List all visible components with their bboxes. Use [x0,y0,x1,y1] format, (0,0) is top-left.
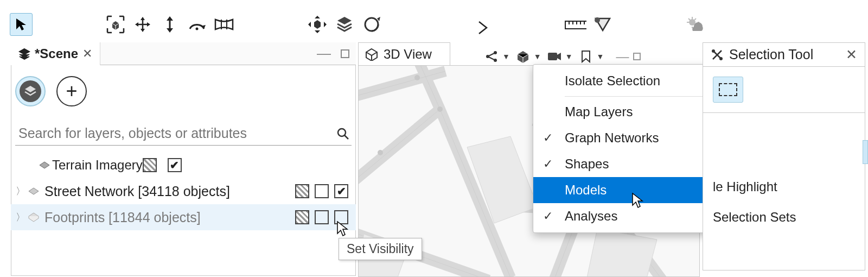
svg-point-19 [719,57,723,60]
add-layer-button[interactable]: + [56,76,87,106]
scene-tab[interactable]: *Scene ✕ [11,42,100,65]
bookmark-button[interactable] [577,48,595,65]
globe-arrow-button[interactable] [360,13,383,36]
scene-search-row [15,122,352,146]
search-icon[interactable] [336,127,349,140]
dropdown-caret-icon[interactable]: ▼ [597,52,604,61]
maximize-icon[interactable] [633,53,641,60]
svg-point-8 [414,75,420,80]
orbit-3d-button[interactable] [306,13,329,36]
weather-tool-button[interactable] [685,13,707,36]
dropdown-caret-icon[interactable]: ▼ [502,52,510,61]
selection-highlight-item[interactable]: le Highlight [713,172,855,202]
svg-rect-5 [341,50,349,58]
layers-mode-button[interactable] [15,76,46,106]
cube-outline-icon [365,48,378,61]
layers-icon [24,85,37,98]
marquee-rect-icon [719,83,737,96]
scene-tab-label: *Scene [35,46,78,61]
layer-sel-toggle[interactable] [295,210,309,224]
minimize-icon[interactable]: — [317,45,331,62]
filter-tool-button[interactable] [591,13,614,36]
svg-rect-17 [634,53,640,60]
svg-point-0 [196,28,199,30]
sun-cloud-icon [685,16,707,33]
ruler-tool-button[interactable] [564,13,587,36]
cube-button[interactable] [514,48,532,65]
divider [703,112,865,113]
view3d-tab[interactable]: 3D View [358,42,450,65]
layer-label: Footprints [11844 objects] [41,210,295,225]
vertical-arrows-icon [162,16,178,33]
camera-icon [547,51,561,62]
layer-lock-toggle[interactable] [315,184,329,198]
layer-row-footprints[interactable]: 〉 Footprints [11844 objects] [11,204,356,230]
marquee-select-button[interactable] [713,77,743,103]
filter-triangle-icon [593,16,612,33]
push-pull-button[interactable] [158,13,181,36]
select-tool-button[interactable] [10,13,33,36]
layer-visibility-toggle[interactable] [334,210,348,224]
panorama-icon [214,17,234,32]
minimize-icon[interactable]: — [616,49,629,64]
layers-stack-button[interactable] [333,13,356,36]
layer-visibility-toggle[interactable]: ✔ [168,158,182,172]
frame-cube-button[interactable] [104,13,127,36]
graph-share-button[interactable] [483,48,500,65]
selection-tool-tab[interactable]: Selection Tool ✕ [703,43,865,67]
breadcrumb-chevron-icon [477,20,489,36]
dropdown-caret-icon[interactable]: ▼ [534,52,541,61]
visibility-tooltip: Set Visibility [339,238,422,260]
maximize-icon[interactable] [341,49,349,58]
right-scroll-indicator [863,140,868,164]
view3d-label: 3D View [384,47,432,62]
layer-row-terrain[interactable]: Terrain Imagery ✔ [11,152,356,178]
selection-sets-item[interactable]: Selection Sets [713,202,855,232]
svg-point-18 [712,49,715,53]
check-icon: ✓ [543,131,565,145]
selection-tool-panel: Selection Tool ✕ le Highlight Selection … [703,42,865,270]
layers-stack-icon [335,15,354,34]
camera-button[interactable] [546,48,563,65]
scene-tab-close-icon[interactable]: ✕ [82,47,92,61]
layer-row-street[interactable]: 〉 Street Network [34118 objects] ✔ [11,178,356,204]
selection-tool-title: Selection Tool [729,47,813,62]
graph-share-icon [485,50,498,63]
cursor-arrow-icon [14,17,28,32]
tools-crossed-icon [711,48,724,61]
cube-solid-icon [516,50,529,63]
expand-icon[interactable]: 〉 [15,211,26,224]
globe-arrow-icon [362,15,381,34]
svg-point-10 [378,150,383,155]
rotate-tool-button[interactable] [186,13,208,36]
svg-point-3 [595,17,600,23]
orbit-cube-icon [307,15,328,34]
plus-icon: + [66,80,77,103]
expand-icon[interactable]: 〉 [15,185,26,198]
check-icon: ✓ [543,209,565,223]
layers-mini-icon [18,48,30,60]
terrain-layer-icon [37,161,52,169]
layer-label: Street Network [34118 objects] [41,184,295,199]
layer-sel-toggle[interactable] [295,184,309,198]
dropdown-caret-icon[interactable]: ▼ [565,52,573,61]
frame-cube-icon [106,15,125,34]
street-layer-icon [26,187,41,196]
check-icon: ✓ [543,157,565,171]
svg-rect-2 [565,21,586,29]
layer-visibility-toggle[interactable]: ✔ [334,184,348,198]
footprints-layer-icon [26,212,41,223]
scene-tabbar: *Scene ✕ — [11,42,356,65]
layer-sel-toggle[interactable] [143,158,157,172]
scene-tab-empty-area: — [100,42,356,65]
bookmark-icon [581,50,591,63]
move-arrows-icon [134,16,151,33]
layer-lock-toggle[interactable] [315,210,329,224]
scene-search-input[interactable] [17,125,336,142]
layer-label: Terrain Imagery [52,158,143,173]
move-tool-button[interactable] [131,13,154,36]
panorama-tool-button[interactable] [213,13,235,36]
close-icon[interactable]: ✕ [846,47,857,62]
ruler-icon [565,18,586,30]
rotate-arc-icon [188,17,206,32]
